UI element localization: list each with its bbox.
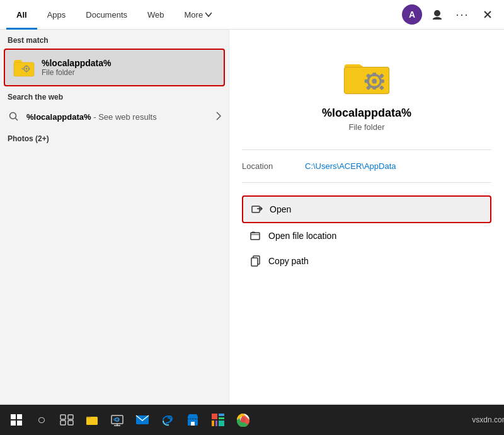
close-icon (484, 11, 491, 18)
chrome-button[interactable] (232, 409, 255, 431)
more-options-button[interactable]: ··· (452, 4, 472, 25)
location-value[interactable]: C:\Users\ACER\AppData (305, 161, 396, 171)
svg-rect-6 (26, 66, 27, 67)
location-label: Location (242, 161, 305, 171)
left-panel: Best match (0, 30, 229, 403)
open-file-location-icon (249, 229, 262, 242)
taskbar: ○ (0, 405, 504, 435)
tab-apps[interactable]: Apps (37, 0, 76, 30)
svg-rect-33 (17, 420, 22, 426)
svg-rect-24 (252, 206, 260, 212)
web-search-label: Search the web (0, 86, 229, 105)
svg-rect-25 (251, 233, 260, 240)
mail-icon (135, 414, 149, 426)
svg-rect-31 (17, 414, 22, 419)
feedback-button[interactable] (427, 4, 447, 25)
edge-button[interactable] (156, 409, 179, 431)
svg-rect-16 (372, 72, 376, 76)
svg-rect-49 (212, 420, 214, 426)
start-button[interactable] (5, 409, 28, 431)
search-window: All Apps Documents Web More A (0, 0, 504, 435)
svg-rect-37 (68, 420, 73, 425)
close-button[interactable] (478, 4, 498, 25)
task-view-button[interactable] (55, 409, 78, 431)
svg-rect-17 (372, 86, 376, 90)
svg-rect-36 (60, 420, 66, 425)
tab-more[interactable]: More (175, 0, 222, 30)
nav-tabs: All Apps Documents Web More A (0, 0, 504, 30)
best-match-item[interactable]: %localappdata% File folder (4, 49, 225, 86)
svg-rect-7 (26, 71, 27, 72)
open-file-location-label: Open file location (268, 231, 336, 241)
chevron-down-icon (205, 11, 212, 18)
edge-icon (161, 413, 175, 427)
open-file-location-action[interactable]: Open file location (242, 223, 491, 248)
svg-rect-19 (381, 79, 384, 83)
svg-rect-32 (11, 420, 16, 426)
svg-line-11 (16, 119, 18, 121)
result-actions: Open Open file location (242, 195, 491, 274)
svg-rect-45 (191, 422, 195, 426)
start-icon (10, 414, 23, 426)
file-explorer-button[interactable] (81, 409, 103, 431)
nav-right-controls: A ··· (402, 4, 498, 25)
best-match-title: %localappdata% (42, 58, 111, 68)
svg-rect-46 (212, 414, 217, 419)
chevron-right-icon (216, 112, 221, 122)
tray-icons[interactable]: vsxdn.com (481, 411, 499, 429)
network-icon (110, 414, 124, 426)
open-label: Open (270, 204, 291, 214)
result-location-row: Location C:\Users\ACER\AppData (242, 158, 491, 175)
best-match-label: Best match (0, 30, 229, 49)
feedback-icon (432, 9, 442, 20)
result-divider (242, 149, 491, 150)
svg-point-10 (10, 113, 16, 119)
store-icon (186, 413, 200, 427)
best-match-folder-icon (13, 56, 35, 79)
svg-rect-51 (219, 420, 224, 426)
result-detail: %localappdata% File folder (242, 42, 491, 142)
web-search-item[interactable]: %localappdata% - See web results (0, 105, 229, 128)
result-divider-2 (242, 182, 491, 183)
store-button[interactable] (181, 409, 204, 431)
task-view-icon (60, 414, 74, 426)
tab-web[interactable]: Web (137, 0, 175, 30)
right-panel: %localappdata% File folder Location C:\U… (229, 30, 504, 403)
tab-all[interactable]: All (6, 0, 37, 30)
copy-path-label: Copy path (268, 256, 309, 266)
tiles-icon (211, 413, 225, 427)
svg-rect-8 (22, 68, 23, 69)
svg-rect-30 (11, 414, 16, 419)
svg-rect-34 (60, 415, 66, 419)
svg-rect-35 (68, 415, 73, 419)
svg-rect-18 (365, 79, 369, 83)
folder-gear-icon (13, 56, 35, 79)
best-match-text: %localappdata% File folder (42, 58, 111, 77)
result-folder-icon-large (341, 55, 392, 99)
result-title: %localappdata% (322, 107, 411, 120)
svg-rect-48 (219, 417, 224, 419)
best-match-subtitle: File folder (42, 68, 111, 77)
svg-rect-27 (251, 258, 258, 266)
mail-button[interactable] (131, 409, 154, 431)
tiles-button[interactable] (207, 409, 229, 431)
svg-rect-39 (112, 415, 123, 424)
svg-rect-50 (215, 420, 217, 426)
svg-point-5 (26, 68, 28, 70)
photos-label: Photos (2+) (0, 128, 229, 147)
svg-rect-47 (219, 414, 224, 416)
chrome-icon (236, 413, 250, 427)
result-subtitle: File folder (348, 122, 384, 132)
main-content: Best match (0, 30, 504, 403)
open-action[interactable]: Open (242, 195, 491, 223)
copy-path-icon (249, 255, 262, 267)
open-icon (251, 203, 263, 216)
file-explorer-icon (85, 414, 99, 426)
tab-documents[interactable]: Documents (76, 0, 137, 30)
avatar-button[interactable]: A (402, 4, 422, 25)
network-button[interactable] (106, 409, 129, 431)
cortana-button[interactable]: ○ (30, 409, 53, 431)
copy-path-action[interactable]: Copy path (242, 248, 491, 274)
taskbar-right: vsxdn.com (481, 411, 499, 429)
svg-point-15 (372, 79, 377, 84)
